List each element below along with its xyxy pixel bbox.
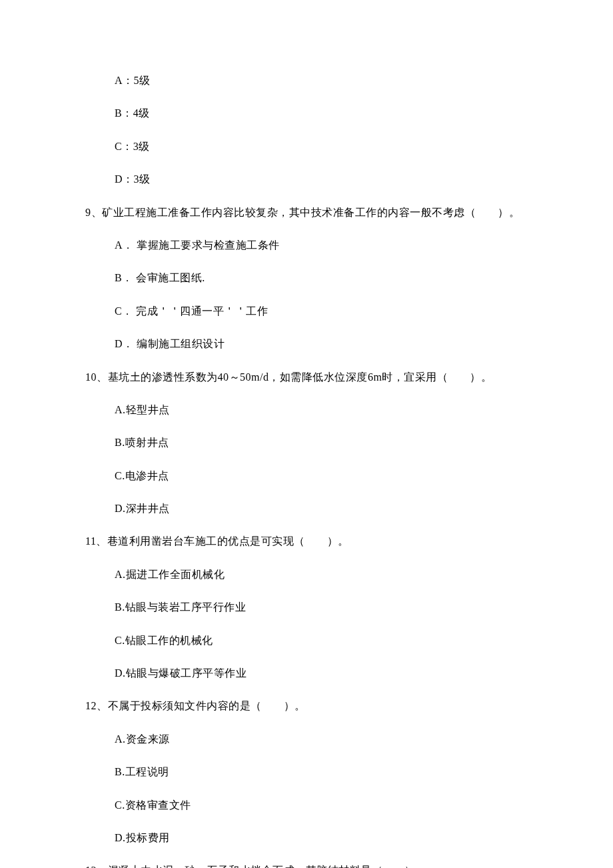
- question-12-option-b: B.工程说明: [115, 765, 540, 779]
- question-11-option-c: C.钻眼工作的机械化: [115, 633, 540, 648]
- prev-option-c: C：3级: [115, 139, 540, 154]
- question-12-option-c: C.资格审查文件: [115, 798, 540, 813]
- question-9-option-b: B． 会审施工图纸.: [115, 271, 540, 285]
- question-10-stem: 10、基坑土的渗透性系数为40～50m/d，如需降低水位深度6m时，宜采用（ ）…: [85, 370, 540, 385]
- question-9-option-a: A． 掌握施工要求与检查施工条件: [115, 238, 540, 253]
- question-10-option-b: B.喷射井点: [115, 435, 540, 450]
- question-9-option-c: C． 完成＇＇四通一平＇＇工作: [115, 304, 540, 319]
- question-13-stem: 13、混凝土由水泥、砂、石子和水拌合而成，其胶结材料是（ ）。: [85, 863, 540, 868]
- question-12-option-d: D.投标费用: [115, 831, 540, 845]
- question-9-option-d: D． 编制施工组织设计: [115, 337, 540, 351]
- question-10-option-c: C.电渗井点: [115, 469, 540, 483]
- question-10-option-a: A.轻型井点: [115, 403, 540, 417]
- prev-option-d: D：3级: [115, 172, 540, 187]
- prev-option-b: B：4级: [115, 106, 540, 121]
- prev-option-a: A：5级: [115, 73, 540, 88]
- question-12-stem: 12、不属于投标须知文件内容的是（ ）。: [85, 699, 540, 713]
- question-12-option-a: A.资金来源: [115, 732, 540, 747]
- question-11-option-d: D.钻眼与爆破工序平等作业: [115, 666, 540, 681]
- question-11-option-a: A.掘进工作全面机械化: [115, 567, 540, 582]
- question-11-option-b: B.钻眼与装岩工序平行作业: [115, 600, 540, 615]
- question-10-option-d: D.深井井点: [115, 501, 540, 516]
- question-9-stem: 9、矿业工程施工准备工作内容比较复杂，其中技术准备工作的内容一般不考虑（ ）。: [85, 205, 540, 220]
- question-11-stem: 11、巷道利用凿岩台车施工的优点是可实现（ ）。: [85, 534, 540, 549]
